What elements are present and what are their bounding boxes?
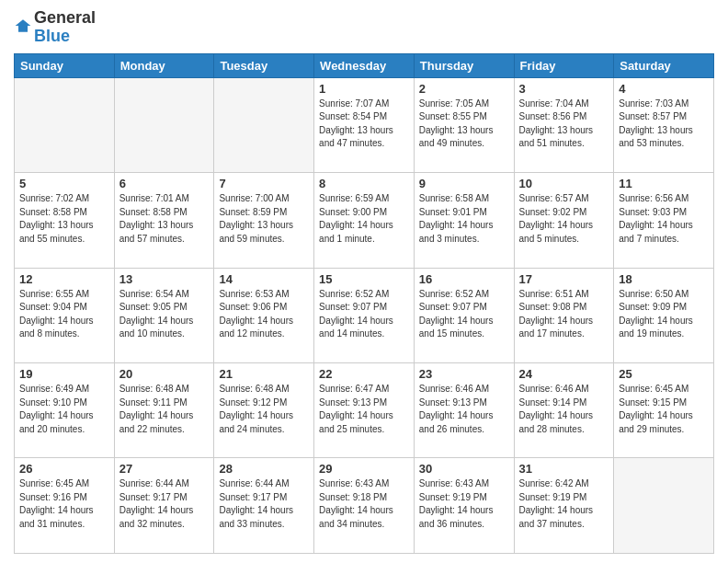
- day-number: 8: [319, 177, 409, 190]
- day-number: 19: [19, 367, 109, 381]
- calendar-cell: 19Sunrise: 6:49 AMSunset: 9:10 PMDayligh…: [15, 363, 115, 458]
- day-info: Sunrise: 6:46 AMSunset: 9:14 PMDaylight:…: [519, 383, 609, 436]
- calendar-cell: 4Sunrise: 7:03 AMSunset: 8:57 PMDaylight…: [614, 77, 714, 172]
- day-info: Sunrise: 6:54 AMSunset: 9:05 PMDaylight:…: [119, 288, 210, 341]
- day-info: Sunrise: 7:02 AMSunset: 8:58 PMDaylight:…: [19, 192, 109, 246]
- calendar-cell: [114, 77, 214, 172]
- calendar-cell: 29Sunrise: 6:43 AMSunset: 9:18 PMDayligh…: [314, 458, 415, 554]
- calendar-cell: 9Sunrise: 6:58 AMSunset: 9:01 PMDaylight…: [414, 173, 514, 268]
- day-number: 5: [19, 177, 109, 190]
- day-number: 6: [119, 177, 210, 190]
- day-info: Sunrise: 7:04 AMSunset: 8:56 PMDaylight:…: [519, 98, 609, 151]
- calendar-week-3: 12Sunrise: 6:55 AMSunset: 9:04 PMDayligh…: [15, 268, 714, 362]
- calendar-cell: 8Sunrise: 6:59 AMSunset: 9:00 PMDaylight…: [314, 173, 415, 268]
- header: General Blue: [14, 9, 714, 46]
- day-info: Sunrise: 6:48 AMSunset: 9:11 PMDaylight:…: [119, 383, 210, 436]
- day-number: 31: [519, 462, 609, 476]
- day-number: 27: [119, 462, 210, 476]
- day-info: Sunrise: 6:43 AMSunset: 9:18 PMDaylight:…: [319, 477, 409, 531]
- day-info: Sunrise: 6:57 AMSunset: 9:02 PMDaylight:…: [519, 192, 609, 246]
- logo: General Blue: [14, 9, 96, 46]
- calendar-cell: 10Sunrise: 6:57 AMSunset: 9:02 PMDayligh…: [514, 173, 614, 268]
- day-number: 13: [119, 272, 210, 286]
- calendar-week-5: 26Sunrise: 6:45 AMSunset: 9:16 PMDayligh…: [15, 458, 714, 554]
- day-number: 12: [19, 272, 109, 286]
- day-number: 9: [419, 177, 509, 190]
- day-number: 3: [519, 82, 609, 96]
- calendar-cell: 31Sunrise: 6:42 AMSunset: 9:19 PMDayligh…: [514, 458, 614, 554]
- day-number: 29: [319, 462, 409, 476]
- day-info: Sunrise: 7:00 AMSunset: 8:59 PMDaylight:…: [219, 192, 309, 246]
- weekday-header-sunday: Sunday: [15, 53, 115, 77]
- day-number: 24: [519, 367, 609, 381]
- calendar-cell: 12Sunrise: 6:55 AMSunset: 9:04 PMDayligh…: [15, 268, 115, 362]
- day-number: 1: [319, 82, 409, 96]
- calendar-cell: 17Sunrise: 6:51 AMSunset: 9:08 PMDayligh…: [514, 268, 614, 362]
- day-info: Sunrise: 6:50 AMSunset: 9:09 PMDaylight:…: [619, 288, 709, 341]
- day-info: Sunrise: 6:44 AMSunset: 9:17 PMDaylight:…: [119, 477, 210, 531]
- calendar-cell: 27Sunrise: 6:44 AMSunset: 9:17 PMDayligh…: [114, 458, 214, 554]
- calendar-cell: [614, 458, 714, 554]
- calendar-cell: 18Sunrise: 6:50 AMSunset: 9:09 PMDayligh…: [614, 268, 714, 362]
- calendar-week-1: 1Sunrise: 7:07 AMSunset: 8:54 PMDaylight…: [15, 77, 714, 172]
- day-number: 22: [319, 367, 409, 381]
- calendar-cell: 2Sunrise: 7:05 AMSunset: 8:55 PMDaylight…: [414, 77, 514, 172]
- day-info: Sunrise: 6:51 AMSunset: 9:08 PMDaylight:…: [519, 288, 609, 341]
- calendar-week-4: 19Sunrise: 6:49 AMSunset: 9:10 PMDayligh…: [15, 363, 714, 458]
- day-number: 23: [419, 367, 509, 381]
- day-info: Sunrise: 6:52 AMSunset: 9:07 PMDaylight:…: [319, 288, 409, 341]
- calendar-cell: 16Sunrise: 6:52 AMSunset: 9:07 PMDayligh…: [414, 268, 514, 362]
- logo-text: General Blue: [34, 9, 96, 46]
- calendar-cell: 5Sunrise: 7:02 AMSunset: 8:58 PMDaylight…: [15, 173, 115, 268]
- day-number: 4: [619, 82, 709, 96]
- day-info: Sunrise: 6:46 AMSunset: 9:13 PMDaylight:…: [419, 383, 509, 436]
- day-number: 11: [619, 177, 709, 190]
- day-number: 7: [219, 177, 309, 190]
- weekday-header-thursday: Thursday: [414, 53, 514, 77]
- day-info: Sunrise: 7:01 AMSunset: 8:58 PMDaylight:…: [119, 192, 210, 246]
- weekday-header-tuesday: Tuesday: [214, 53, 314, 77]
- calendar-cell: 25Sunrise: 6:45 AMSunset: 9:15 PMDayligh…: [614, 363, 714, 458]
- logo-icon: [14, 17, 32, 35]
- day-info: Sunrise: 6:59 AMSunset: 9:00 PMDaylight:…: [319, 192, 409, 246]
- day-info: Sunrise: 6:47 AMSunset: 9:13 PMDaylight:…: [319, 383, 409, 436]
- day-info: Sunrise: 6:52 AMSunset: 9:07 PMDaylight:…: [419, 288, 509, 341]
- day-number: 10: [519, 177, 609, 190]
- calendar-cell: 24Sunrise: 6:46 AMSunset: 9:14 PMDayligh…: [514, 363, 614, 458]
- calendar-cell: 21Sunrise: 6:48 AMSunset: 9:12 PMDayligh…: [214, 363, 314, 458]
- day-number: 28: [219, 462, 309, 476]
- day-number: 26: [19, 462, 109, 476]
- calendar-cell: 1Sunrise: 7:07 AMSunset: 8:54 PMDaylight…: [314, 77, 415, 172]
- calendar-cell: 26Sunrise: 6:45 AMSunset: 9:16 PMDayligh…: [15, 458, 115, 554]
- calendar-cell: 14Sunrise: 6:53 AMSunset: 9:06 PMDayligh…: [214, 268, 314, 362]
- weekday-header-friday: Friday: [514, 53, 614, 77]
- day-number: 16: [419, 272, 509, 286]
- weekday-header-row: SundayMondayTuesdayWednesdayThursdayFrid…: [15, 53, 714, 77]
- day-number: 21: [219, 367, 309, 381]
- weekday-header-monday: Monday: [114, 53, 214, 77]
- day-info: Sunrise: 6:49 AMSunset: 9:10 PMDaylight:…: [19, 383, 109, 436]
- day-number: 25: [619, 367, 709, 381]
- calendar-cell: [214, 77, 314, 172]
- day-info: Sunrise: 6:43 AMSunset: 9:19 PMDaylight:…: [419, 477, 509, 531]
- day-info: Sunrise: 6:55 AMSunset: 9:04 PMDaylight:…: [19, 288, 109, 341]
- calendar-week-2: 5Sunrise: 7:02 AMSunset: 8:58 PMDaylight…: [15, 173, 714, 268]
- calendar-cell: 3Sunrise: 7:04 AMSunset: 8:56 PMDaylight…: [514, 77, 614, 172]
- day-number: 15: [319, 272, 409, 286]
- calendar-cell: 13Sunrise: 6:54 AMSunset: 9:05 PMDayligh…: [114, 268, 214, 362]
- day-info: Sunrise: 6:42 AMSunset: 9:19 PMDaylight:…: [519, 477, 609, 531]
- day-info: Sunrise: 7:07 AMSunset: 8:54 PMDaylight:…: [319, 98, 409, 151]
- day-info: Sunrise: 6:48 AMSunset: 9:12 PMDaylight:…: [219, 383, 309, 436]
- calendar-table: SundayMondayTuesdayWednesdayThursdayFrid…: [14, 53, 714, 554]
- page: General Blue SundayMondayTuesdayWednesda…: [0, 0, 728, 563]
- day-info: Sunrise: 6:44 AMSunset: 9:17 PMDaylight:…: [219, 477, 309, 531]
- day-info: Sunrise: 7:03 AMSunset: 8:57 PMDaylight:…: [619, 98, 709, 151]
- calendar-cell: [15, 77, 115, 172]
- day-number: 2: [419, 82, 509, 96]
- calendar-cell: 20Sunrise: 6:48 AMSunset: 9:11 PMDayligh…: [114, 363, 214, 458]
- day-number: 20: [119, 367, 210, 381]
- weekday-header-saturday: Saturday: [614, 53, 714, 77]
- calendar-cell: 22Sunrise: 6:47 AMSunset: 9:13 PMDayligh…: [314, 363, 415, 458]
- svg-marker-0: [16, 19, 31, 31]
- calendar-cell: 6Sunrise: 7:01 AMSunset: 8:58 PMDaylight…: [114, 173, 214, 268]
